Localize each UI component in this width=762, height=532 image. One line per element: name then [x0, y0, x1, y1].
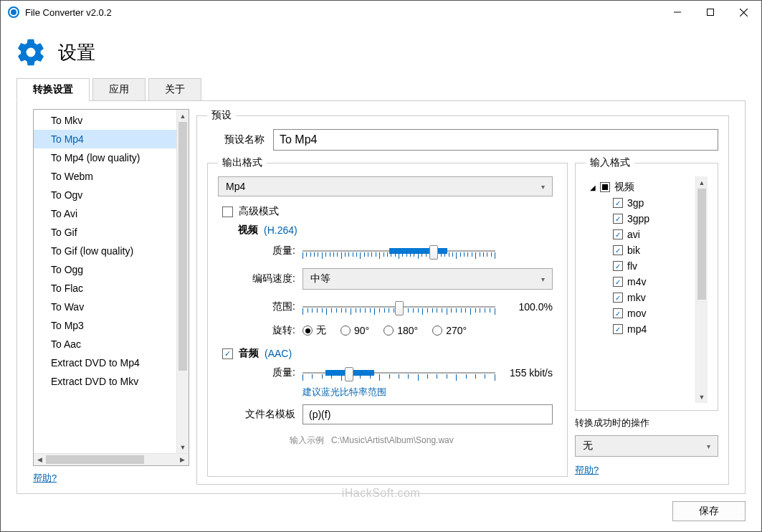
tree-item[interactable]: mkv: [587, 290, 694, 305]
tree-item-checkbox[interactable]: [613, 245, 623, 255]
tree-item[interactable]: 3gp: [587, 195, 694, 211]
preset-name-row: 预设名称: [207, 129, 718, 151]
svg-rect-0: [708, 9, 714, 16]
filename-input[interactable]: [303, 404, 553, 424]
scroll-up-icon[interactable]: ▲: [696, 176, 708, 189]
input-tree-vscroll[interactable]: ▲ ▼: [695, 176, 708, 403]
preset-list-item[interactable]: To Ogg: [34, 260, 176, 279]
action-value: 无: [583, 440, 593, 452]
tree-root-checkbox[interactable]: [600, 182, 610, 192]
input-fieldset: 输入格式 ◢视频3gp3gppavibikflvm4vmkvmovmp4 ▲ ▼: [575, 156, 718, 411]
rotate-180[interactable]: 180°: [384, 325, 418, 336]
advanced-mode-checkbox[interactable]: [222, 206, 233, 217]
scroll-right-icon[interactable]: ▶: [176, 454, 189, 465]
chevron-down-icon: ▾: [541, 275, 545, 283]
preset-list-item[interactable]: Extract DVD to Mkv: [34, 372, 176, 391]
audio-section-head[interactable]: 音频 (AAC): [222, 347, 553, 360]
preset-list-item[interactable]: To Aac: [34, 335, 176, 353]
close-button[interactable]: [727, 1, 760, 23]
audio-quality-value: 155 kbit/s: [503, 367, 553, 379]
tree-item-checkbox[interactable]: [613, 261, 623, 271]
preset-name-label: 预设名称: [207, 133, 265, 146]
rotate-label: 旋转:: [238, 324, 295, 337]
chevron-down-icon: ▾: [707, 442, 710, 450]
range-value: 100.0%: [503, 301, 553, 313]
preset-list-item[interactable]: To Webm: [34, 167, 176, 186]
preset-list-item[interactable]: To Ogv: [34, 186, 176, 204]
scroll-left-icon[interactable]: ◀: [34, 454, 46, 465]
scroll-down-icon[interactable]: ▼: [696, 391, 708, 403]
tree-item[interactable]: flv: [587, 258, 694, 274]
output-format-value: Mp4: [226, 181, 245, 192]
tree-item[interactable]: avi: [587, 227, 694, 242]
audio-checkbox[interactable]: [222, 348, 233, 359]
preset-list-item[interactable]: To Mp4: [34, 130, 176, 148]
advanced-mode-row[interactable]: 高级模式: [222, 205, 553, 218]
preset-legend: 预设: [207, 109, 236, 122]
range-label: 范围:: [238, 300, 295, 313]
input-column: 输入格式 ◢视频3gp3gppavibikflvm4vmkvmovmp4 ▲ ▼…: [575, 156, 718, 477]
tree-item[interactable]: 3gpp: [587, 211, 694, 227]
preset-list-vscroll[interactable]: ▲ ▼: [176, 110, 189, 453]
output-body: Mp4 ▾ 高级模式 视频 (H.264): [218, 176, 557, 469]
preset-list[interactable]: To MkvTo Mp4To Mp4 (low quality)To WebmT…: [34, 110, 176, 453]
output-format-select[interactable]: Mp4 ▾: [218, 176, 553, 196]
action-select[interactable]: 无 ▾: [575, 435, 718, 457]
tree-root-video[interactable]: ◢视频: [587, 179, 694, 195]
tab-conversion-settings[interactable]: 转换设置: [16, 78, 90, 101]
preset-list-item[interactable]: Extract DVD to Mp4: [34, 353, 176, 372]
preset-list-item[interactable]: To Flac: [34, 279, 176, 298]
tree-item[interactable]: m4v: [587, 274, 694, 290]
tab-application[interactable]: 应用: [92, 78, 146, 101]
preset-list-item[interactable]: To Gif: [34, 223, 176, 242]
app-window: File Converter v2.0.2 设置 转换设置 应用 关于 To M…: [0, 0, 762, 532]
minimize-button[interactable]: [661, 1, 694, 23]
rotate-none[interactable]: 无: [303, 324, 326, 337]
preset-list-box: To MkvTo Mp4To Mp4 (low quality)To WebmT…: [33, 109, 189, 466]
window-title: File Converter v2.0.2: [25, 7, 661, 18]
tree-item[interactable]: mov: [587, 305, 694, 321]
collapse-icon[interactable]: ◢: [590, 184, 596, 191]
tree-item-checkbox[interactable]: [613, 324, 623, 334]
main-column: 预设 预设名称 输出格式 Mp4 ▾: [196, 109, 729, 485]
rotate-270[interactable]: 270°: [432, 325, 467, 336]
preset-name-input[interactable]: [273, 129, 718, 151]
preset-list-item[interactable]: To Mp4 (low quality): [34, 148, 176, 167]
preset-list-item[interactable]: To Gif (low quality): [34, 242, 176, 260]
maximize-button[interactable]: [694, 1, 727, 23]
encode-speed-select[interactable]: 中等 ▾: [303, 268, 553, 290]
tree-item-checkbox[interactable]: [613, 277, 623, 287]
audio-codec: (AAC): [265, 348, 292, 359]
range-slider[interactable]: [303, 300, 495, 314]
save-button[interactable]: 保存: [672, 501, 746, 521]
input-tree[interactable]: ◢视频3gp3gppavibikflvm4vmkvmovmp4: [586, 176, 695, 403]
scroll-down-icon[interactable]: ▼: [177, 441, 189, 453]
tree-item-checkbox[interactable]: [613, 229, 623, 239]
tree-item-checkbox[interactable]: [613, 214, 623, 224]
preset-list-item[interactable]: To Mp3: [34, 316, 176, 335]
preset-body: 输出格式 Mp4 ▾ 高级模式: [207, 156, 718, 477]
tabs: 转换设置 应用 关于: [1, 78, 761, 101]
scroll-up-icon[interactable]: ▲: [177, 110, 189, 122]
page-title: 设置: [58, 40, 95, 65]
bitrate-hint-link[interactable]: 建议蓝光比特率范围: [303, 386, 553, 399]
preset-list-item[interactable]: To Avi: [34, 204, 176, 223]
preset-list-item[interactable]: To Mkv: [34, 111, 176, 130]
help-link-right[interactable]: 帮助?: [575, 464, 718, 477]
tree-item[interactable]: mp4: [587, 321, 694, 337]
tab-about[interactable]: 关于: [148, 78, 201, 101]
tree-item[interactable]: bik: [587, 242, 694, 258]
tree-item-checkbox[interactable]: [613, 293, 623, 303]
preset-list-item[interactable]: To Wav: [34, 298, 176, 316]
range-row: 范围: 100.0%: [238, 300, 553, 314]
video-quality-slider[interactable]: [303, 244, 495, 258]
content-area: To MkvTo Mp4To Mp4 (low quality)To WebmT…: [16, 100, 746, 494]
help-link-left[interactable]: 帮助?: [33, 472, 189, 485]
preset-list-hscroll[interactable]: ◀ ▶: [34, 453, 189, 465]
filename-row: 文件名模板: [225, 404, 553, 424]
rotate-90[interactable]: 90°: [340, 325, 369, 336]
tree-item-checkbox[interactable]: [613, 308, 623, 318]
tree-item-checkbox[interactable]: [613, 198, 623, 208]
audio-quality-slider[interactable]: [303, 366, 495, 380]
encode-speed-label: 编码速度:: [238, 272, 295, 285]
